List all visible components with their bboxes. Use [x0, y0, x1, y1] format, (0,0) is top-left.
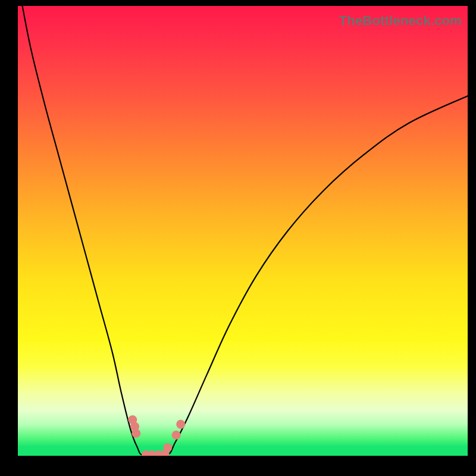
data-marker [163, 443, 172, 452]
data-marker [131, 429, 140, 438]
marker-group [128, 415, 185, 456]
curve-plot [18, 6, 468, 456]
data-marker [176, 420, 185, 429]
data-marker [172, 431, 181, 440]
chart-frame: TheBottleneck.com [18, 6, 468, 456]
curve-group [23, 6, 468, 456]
bottleneck-curve [23, 6, 468, 456]
